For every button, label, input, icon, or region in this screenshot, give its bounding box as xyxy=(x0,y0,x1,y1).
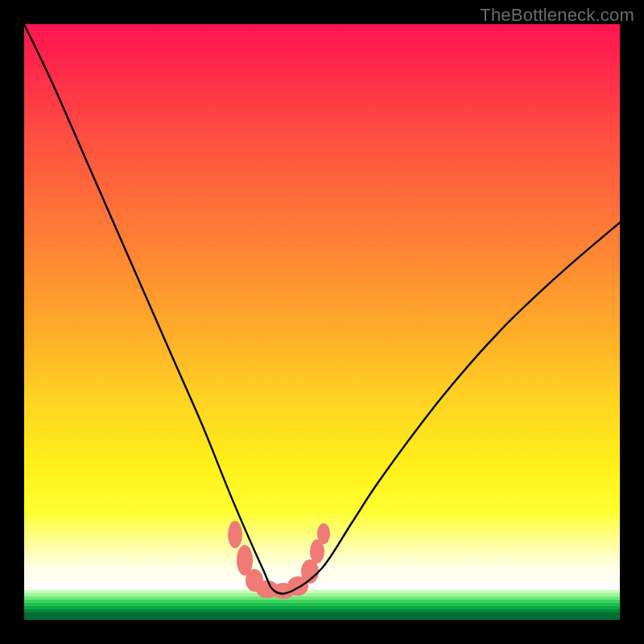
chart-frame xyxy=(24,24,620,620)
watermark-text: TheBottleneck.com xyxy=(480,5,634,26)
green-band xyxy=(24,616,620,620)
heat-gradient xyxy=(24,24,620,590)
